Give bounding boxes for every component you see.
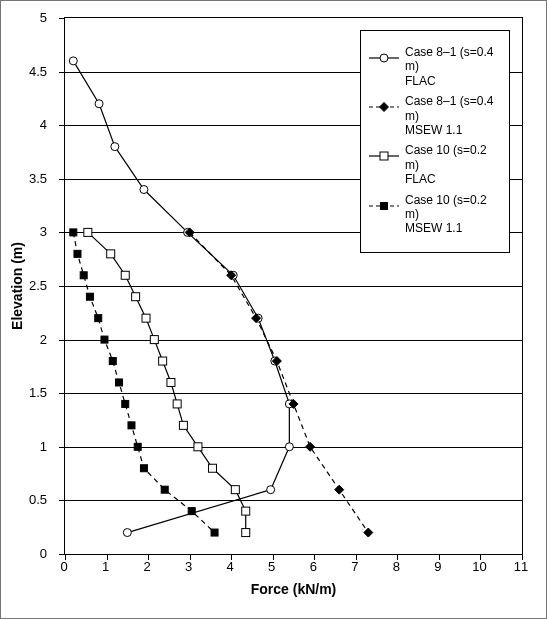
- series-marker: [84, 228, 92, 236]
- legend-entry: Case 10 (s=0.2 m)FLAC: [367, 143, 503, 186]
- series-marker: [95, 100, 103, 108]
- tick-y: [59, 447, 65, 448]
- legend-swatch-svg: [367, 45, 401, 71]
- legend-label-line1: Case 10 (s=0.2 m): [405, 193, 503, 222]
- tick-y: [59, 18, 65, 19]
- legend-label: Case 8–1 (s=0.4 m)FLAC: [405, 45, 503, 88]
- series-marker: [380, 152, 388, 160]
- legend-swatch: [367, 45, 401, 71]
- series-marker: [208, 464, 216, 472]
- series-marker: [231, 486, 239, 494]
- y-tick-label: 2: [40, 331, 47, 346]
- tick-y: [59, 232, 65, 233]
- legend: Case 8–1 (s=0.4 m)FLACCase 8–1 (s=0.4 m)…: [360, 30, 510, 253]
- tick-y: [59, 286, 65, 287]
- series-marker: [267, 486, 275, 494]
- series-marker: [380, 103, 389, 112]
- series-marker: [132, 293, 140, 301]
- series-marker: [70, 229, 77, 236]
- chart-container: Elevation (m) 00.511.522.533.544.55 Case…: [0, 0, 547, 619]
- x-tick-label: 7: [351, 559, 358, 574]
- series-marker: [101, 336, 108, 343]
- series-marker: [179, 421, 187, 429]
- series-marker: [211, 529, 218, 536]
- plot-area: Case 8–1 (s=0.4 m)FLACCase 8–1 (s=0.4 m)…: [64, 17, 523, 555]
- legend-swatch-svg: [367, 193, 401, 219]
- tick-y: [59, 340, 65, 341]
- legend-swatch-svg: [367, 94, 401, 120]
- y-tick-label: 0: [40, 546, 47, 561]
- series-marker: [173, 400, 181, 408]
- series-marker: [140, 186, 148, 194]
- series-line: [73, 61, 289, 533]
- series-marker: [116, 379, 123, 386]
- y-tick-label: 5: [40, 10, 47, 25]
- series-marker: [159, 357, 167, 365]
- x-tick-label: 3: [185, 559, 192, 574]
- tick-y: [59, 393, 65, 394]
- tick-y: [59, 500, 65, 501]
- series-marker: [167, 378, 175, 386]
- x-tick-label: 11: [514, 559, 528, 574]
- series-marker: [150, 336, 158, 344]
- legend-label-line1: Case 8–1 (s=0.4 m): [405, 45, 503, 74]
- series-line: [73, 232, 214, 532]
- legend-label-line1: Case 10 (s=0.2 m): [405, 143, 503, 172]
- series-marker: [380, 54, 388, 62]
- legend-label-line2: MSEW 1.1: [405, 123, 503, 137]
- tick-y: [59, 179, 65, 180]
- tick-y: [59, 125, 65, 126]
- series-marker: [107, 250, 115, 258]
- y-tick-label: 2.5: [29, 278, 47, 293]
- x-tick-label: 8: [393, 559, 400, 574]
- x-tick-label: 2: [143, 559, 150, 574]
- series-marker: [194, 443, 202, 451]
- series-marker: [188, 508, 195, 515]
- y-tick-label: 1: [40, 438, 47, 453]
- series-marker: [285, 443, 293, 451]
- series-marker: [121, 271, 129, 279]
- series-marker: [74, 250, 81, 257]
- legend-label: Case 10 (s=0.2 m)MSEW 1.1: [405, 193, 503, 236]
- series-marker: [381, 202, 388, 209]
- x-tick-label: 9: [434, 559, 441, 574]
- x-axis-label-text: Force (kN/m): [251, 581, 337, 597]
- series-marker: [69, 57, 77, 65]
- legend-swatch: [367, 94, 401, 120]
- series-marker: [111, 143, 119, 151]
- series-marker: [80, 272, 87, 279]
- legend-label: Case 8–1 (s=0.4 m)MSEW 1.1: [405, 94, 503, 137]
- y-tick-label: 3: [40, 224, 47, 239]
- series-marker: [142, 314, 150, 322]
- legend-entry: Case 8–1 (s=0.4 m)FLAC: [367, 45, 503, 88]
- series-marker: [140, 465, 147, 472]
- legend-swatch: [367, 143, 401, 169]
- series-marker: [242, 507, 250, 515]
- y-tick-label: 1.5: [29, 385, 47, 400]
- x-tick-label: 5: [268, 559, 275, 574]
- y-axis-tick-labels: 00.511.522.533.544.55: [1, 17, 59, 555]
- legend-swatch: [367, 193, 401, 219]
- legend-label-line1: Case 8–1 (s=0.4 m): [405, 94, 503, 123]
- series-marker: [134, 443, 141, 450]
- series-marker: [86, 293, 93, 300]
- series-marker: [335, 485, 344, 494]
- x-axis-tick-labels: 01234567891011: [64, 559, 523, 575]
- y-tick-label: 3.5: [29, 170, 47, 185]
- legend-label-line2: FLAC: [405, 172, 503, 186]
- x-tick-label: 6: [310, 559, 317, 574]
- x-axis-label: Force (kN/m): [64, 581, 523, 597]
- series-marker: [128, 422, 135, 429]
- series-marker: [306, 442, 315, 451]
- legend-label-line2: FLAC: [405, 74, 503, 88]
- legend-swatch-svg: [367, 143, 401, 169]
- legend-entry: Case 10 (s=0.2 m)MSEW 1.1: [367, 193, 503, 236]
- x-tick-label: 10: [472, 559, 486, 574]
- series-marker: [364, 528, 373, 537]
- series-marker: [109, 358, 116, 365]
- series-marker: [161, 486, 168, 493]
- legend-entry: Case 8–1 (s=0.4 m)MSEW 1.1: [367, 94, 503, 137]
- legend-label: Case 10 (s=0.2 m)FLAC: [405, 143, 503, 186]
- y-tick-label: 0.5: [29, 492, 47, 507]
- series-marker: [122, 400, 129, 407]
